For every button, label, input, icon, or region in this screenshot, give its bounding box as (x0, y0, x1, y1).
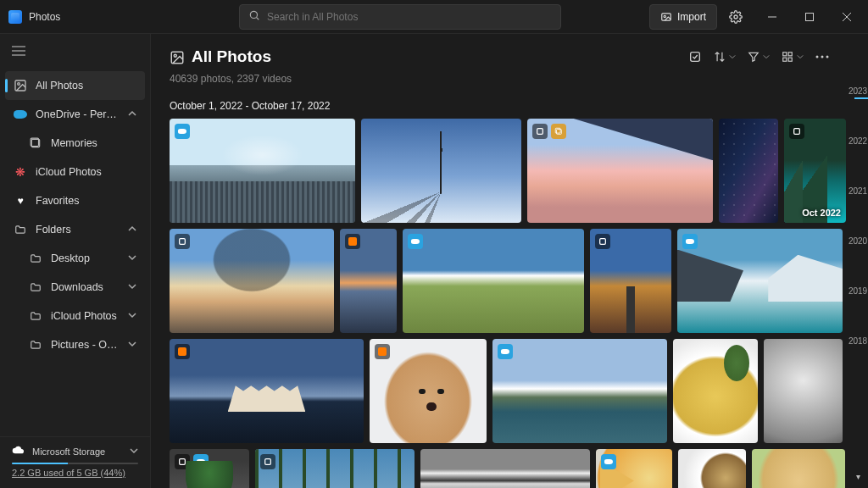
folder-icon (14, 223, 27, 236)
sidebar-item-label: Folders (36, 224, 120, 236)
photo-thumb[interactable] (677, 229, 843, 333)
hdr-badge-icon (175, 454, 190, 469)
photo-thumb[interactable] (403, 229, 584, 333)
svg-rect-20 (788, 53, 792, 56)
photo-row (170, 449, 829, 488)
app-icon (8, 10, 22, 24)
photo-thumb[interactable] (420, 449, 590, 488)
cloud-icon (12, 446, 25, 458)
svg-rect-22 (788, 58, 792, 61)
search-input[interactable] (267, 11, 552, 23)
photo-thumb[interactable] (340, 229, 397, 333)
sidebar-item-icloud[interactable]: ❋ iCloud Photos (5, 158, 145, 186)
photo-thumb[interactable] (255, 449, 415, 488)
sidebar-item-label: Pictures - OneDrive Personal (51, 339, 120, 351)
onedrive-icon (14, 108, 27, 121)
chevron-down-icon (128, 339, 136, 351)
sidebar-item-favorites[interactable]: ♥ Favorites (5, 186, 145, 215)
close-button[interactable] (829, 0, 865, 34)
timeline-marker[interactable] (854, 97, 868, 99)
page-title: All Photos (192, 47, 271, 66)
svg-rect-30 (180, 239, 186, 245)
photo-row: Oct 2022 (170, 119, 829, 223)
more-button[interactable] (815, 55, 829, 58)
sort-button[interactable] (714, 51, 736, 63)
search-box[interactable] (239, 4, 561, 30)
title-right: Import (649, 0, 868, 34)
photo-thumb[interactable] (492, 339, 667, 443)
photo-thumb[interactable] (719, 119, 778, 223)
sidebar-item-folders[interactable]: Folders (5, 215, 145, 244)
icloud-badge-icon (345, 234, 360, 249)
content-toolbar: All Photos (170, 46, 829, 69)
sidebar-item-label: OneDrive - Personal (36, 108, 120, 120)
storage-panel[interactable]: Microsoft Storage 2.2 GB used of 5 GB (4… (0, 436, 150, 488)
svg-point-4 (734, 15, 737, 19)
sidebar-item-pictures-onedrive[interactable]: Pictures - OneDrive Personal (5, 330, 145, 359)
toolbar-right (688, 50, 829, 64)
main-area: All Photos OneDrive - Personal Memories … (0, 34, 868, 488)
photo-thumb[interactable] (678, 449, 746, 488)
photo-row (170, 339, 829, 443)
sidebar-item-icloud-folder[interactable]: iCloud Photos (5, 302, 145, 330)
stack-badge-icon (551, 124, 566, 139)
header-left: All Photos (170, 47, 271, 66)
timeline-year[interactable]: 2018 (849, 336, 867, 346)
timeline-year[interactable]: 2022 (849, 136, 867, 146)
minimize-button[interactable] (754, 0, 790, 34)
chevron-down-icon (729, 53, 736, 60)
photo-thumb[interactable] (596, 449, 672, 488)
photo-thumb[interactable] (673, 339, 758, 443)
photo-thumb[interactable] (752, 449, 845, 488)
view-button[interactable] (782, 51, 804, 63)
photo-thumb[interactable] (170, 119, 355, 223)
photo-thumb[interactable] (590, 229, 671, 333)
sidebar-item-memories[interactable]: Memories (5, 129, 145, 158)
hdr-badge-icon (595, 234, 610, 249)
sidebar-item-desktop[interactable]: Desktop (5, 244, 145, 273)
sidebar-item-onedrive[interactable]: OneDrive - Personal (5, 100, 145, 129)
icloud-badge-icon (375, 344, 390, 359)
select-button[interactable] (688, 50, 702, 64)
filter-button[interactable] (748, 51, 770, 63)
svg-point-24 (821, 56, 824, 58)
photo-thumb[interactable] (170, 449, 249, 488)
sidebar-item-label: Favorites (36, 195, 136, 207)
photo-thumb[interactable] (764, 339, 843, 443)
photo-thumb[interactable] (170, 229, 334, 333)
chevron-down-icon (128, 281, 136, 293)
svg-point-13 (18, 83, 20, 86)
title-center (151, 4, 649, 30)
hdr-badge-icon (175, 234, 190, 249)
timeline-year[interactable]: 2023 (849, 86, 867, 96)
timeline-year[interactable]: 2020 (849, 236, 867, 246)
sidebar-item-downloads[interactable]: Downloads (5, 273, 145, 302)
photo-thumb[interactable] (527, 119, 713, 223)
photo-thumb[interactable] (361, 119, 521, 223)
svg-rect-32 (180, 459, 186, 465)
photo-scroll-area[interactable]: All Photos 40639 photos, 2397 videos Oct… (151, 34, 848, 488)
photo-thumb[interactable]: Oct 2022 (784, 119, 846, 223)
grid-icon (782, 51, 793, 63)
sidebar-item-all-photos[interactable]: All Photos (5, 71, 145, 100)
timeline-year[interactable]: 2021 (849, 186, 867, 196)
timeline-scrubber[interactable]: 2023 2022 2021 2020 2019 2018 ▾ (848, 34, 868, 488)
timeline-year[interactable]: 2019 (849, 286, 867, 296)
import-button[interactable]: Import (649, 4, 717, 30)
filter-icon (748, 51, 760, 63)
settings-button[interactable] (719, 0, 753, 34)
app-title: Photos (29, 11, 60, 23)
photo-thumb[interactable] (170, 339, 364, 443)
maximize-icon (805, 13, 814, 21)
storage-detail[interactable]: 2.2 GB used of 5 GB (44%) (12, 468, 138, 478)
sidebar-item-label: Desktop (51, 252, 120, 264)
icloud-badge-icon (175, 344, 190, 359)
maximize-button[interactable] (792, 0, 827, 34)
svg-point-3 (664, 15, 665, 17)
svg-rect-33 (265, 459, 271, 465)
svg-rect-6 (806, 13, 814, 20)
svg-point-17 (174, 54, 176, 57)
photo-thumb[interactable] (370, 339, 487, 443)
more-icon (815, 55, 829, 58)
hamburger-button[interactable] (0, 34, 150, 68)
